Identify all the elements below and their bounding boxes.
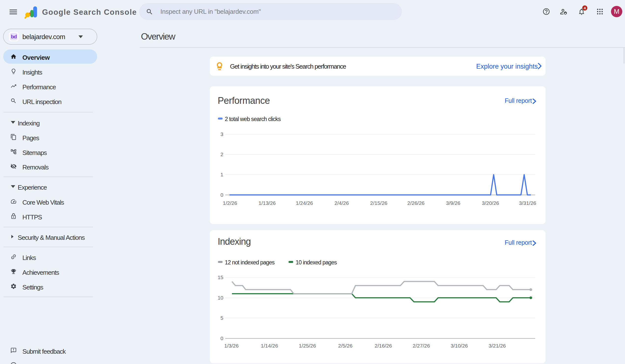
svg-text:0: 0 bbox=[220, 192, 223, 198]
svg-text:15: 15 bbox=[218, 274, 223, 280]
svg-text:2/27/26: 2/27/26 bbox=[413, 343, 430, 349]
svg-text:1/24/26: 1/24/26 bbox=[296, 200, 313, 206]
svg-text:2/4/26: 2/4/26 bbox=[335, 200, 349, 206]
svg-text:2/5/26: 2/5/26 bbox=[338, 343, 352, 349]
svg-text:3/31/26: 3/31/26 bbox=[519, 200, 536, 206]
svg-text:10: 10 bbox=[218, 295, 223, 301]
svg-text:1: 1 bbox=[220, 172, 223, 177]
svg-text:1/14/26: 1/14/26 bbox=[261, 343, 278, 349]
svg-text:1/3/26: 1/3/26 bbox=[224, 343, 239, 349]
svg-text:2/15/26: 2/15/26 bbox=[370, 200, 387, 206]
svg-text:2/16/26: 2/16/26 bbox=[375, 343, 392, 349]
svg-text:1/25/26: 1/25/26 bbox=[299, 343, 316, 349]
svg-text:3/9/26: 3/9/26 bbox=[446, 200, 460, 206]
svg-text:1/13/26: 1/13/26 bbox=[258, 200, 276, 206]
svg-text:0: 0 bbox=[220, 335, 223, 341]
svg-text:3/21/26: 3/21/26 bbox=[489, 343, 506, 349]
svg-text:3/20/26: 3/20/26 bbox=[482, 200, 499, 206]
svg-text:2: 2 bbox=[220, 152, 223, 157]
svg-text:2/26/26: 2/26/26 bbox=[407, 200, 425, 206]
svg-text:3: 3 bbox=[220, 131, 223, 137]
svg-text:5: 5 bbox=[220, 315, 223, 321]
svg-text:1/2/26: 1/2/26 bbox=[223, 200, 237, 206]
svg-text:3/10/26: 3/10/26 bbox=[451, 343, 468, 349]
